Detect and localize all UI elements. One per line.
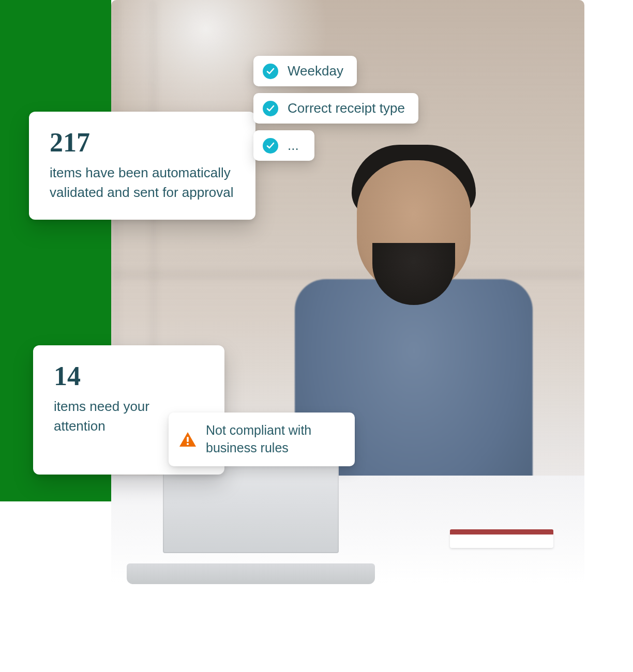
validation-tag-receipt-type: Correct receipt type xyxy=(253,93,418,124)
checkmark-icon xyxy=(263,64,278,79)
validation-tag-label: ... xyxy=(288,138,299,154)
checkmark-icon xyxy=(263,138,278,154)
notebook-illustration xyxy=(450,532,553,548)
validation-tag-label: Correct receipt type xyxy=(288,100,405,116)
warning-tag-noncompliant: Not compliant with business rules xyxy=(169,413,355,466)
marketing-graphic: 217 items have been automatically valida… xyxy=(0,0,584,584)
attention-items-count: 14 xyxy=(54,363,204,390)
validation-tag-label: Weekday xyxy=(288,63,343,79)
background-photo xyxy=(111,0,584,584)
validated-items-count: 217 xyxy=(50,129,235,156)
checkmark-icon xyxy=(263,101,278,116)
validated-items-text: items have been automatically validated … xyxy=(50,163,235,202)
validated-items-card: 217 items have been automatically valida… xyxy=(29,112,255,220)
validation-tag-more: ... xyxy=(253,130,314,161)
warning-icon xyxy=(179,432,197,447)
warning-tag-label: Not compliant with business rules xyxy=(206,422,341,457)
svg-point-1 xyxy=(187,443,189,445)
validation-tag-weekday: Weekday xyxy=(253,56,357,86)
svg-rect-0 xyxy=(187,437,189,442)
